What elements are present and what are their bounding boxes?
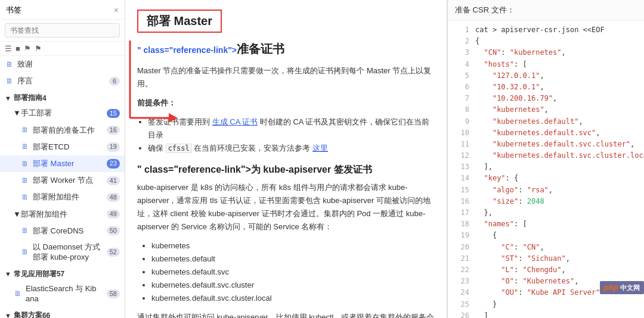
arrow-icon: ▼ bbox=[13, 209, 21, 220]
list-item: kubernetes.default.svc.cluster.local bbox=[151, 292, 435, 305]
list-item: kubernetes.default.svc bbox=[151, 266, 435, 279]
group-badge: 57 bbox=[57, 270, 64, 278]
code-line: 11 "kubernetes.default.svc.cluster", bbox=[448, 139, 644, 150]
list-item: 签发证书需要用到 生成 CA 证书 时创建的 CA 证书及其密钥文件，确保它们在… bbox=[148, 116, 435, 142]
code-scroll-area[interactable]: 1cat > apiserver-csr.json <<EOF 2{ 3 "CN… bbox=[448, 21, 644, 318]
code-line: 17 }, bbox=[448, 207, 644, 219]
sidebar-item-label: 手工部署 bbox=[21, 108, 52, 119]
sidebar: 书签 × ☰ ■ ⚑ ⚑ 🗎 致谢 🗎 序言 6 ▼ bbox=[0, 0, 125, 318]
sidebar-item-badge: 23 bbox=[107, 159, 120, 168]
doc-icon: 🗎 bbox=[20, 192, 30, 202]
list-item: kubernetes bbox=[151, 239, 435, 252]
code-line: 1cat > apiserver-csr.json <<EOF bbox=[448, 24, 644, 36]
sidebar-group-jiqun[interactable]: ▼ 集群方案 66 bbox=[0, 307, 125, 318]
sidebar-item-badge: 41 bbox=[107, 176, 120, 185]
doc-icon: 🗎 bbox=[20, 176, 30, 185]
desc2-paragraph: 通过集群外也可能访问 kube-apiserver，比如使用 kubectl，或… bbox=[137, 311, 435, 318]
list-item: 确保 cfssl 在当前环境已安装，安装方法参考 这里 bbox=[148, 142, 435, 155]
group-label: 部署指南 bbox=[14, 93, 42, 103]
toolbar-icon-4[interactable]: ⚑ bbox=[35, 44, 42, 53]
here-link[interactable]: 这里 bbox=[312, 144, 328, 152]
sidebar-item-label: 部署 Worker 节点 bbox=[33, 175, 93, 186]
article-content: 部署 Master " class="reference-link">准备证书 … bbox=[125, 0, 447, 318]
arrow-icon: ▼ bbox=[5, 312, 11, 318]
arrow-icon: ▼ bbox=[5, 95, 11, 102]
sidebar-item-elasticsearch[interactable]: 🗎 ElasticSearch 与 Kibana 58 bbox=[0, 281, 125, 307]
code-panel: 准备 CSR 文件： 1cat > apiserver-csr.json <<E… bbox=[447, 0, 644, 318]
sidebar-item-label: 部署 Master bbox=[33, 158, 74, 169]
arrow-icon: ▼ bbox=[5, 270, 11, 278]
sidebar-item-xu[interactable]: 🗎 序言 6 bbox=[0, 73, 125, 89]
intro-paragraph: Master 节点的准备证书操作只需要做一次，将生成的证书拷到每个 Master… bbox=[137, 64, 435, 91]
sidebar-toolbar: ☰ ■ ⚑ ⚑ bbox=[0, 42, 125, 56]
code-line: 26 ] bbox=[448, 310, 644, 318]
toolbar-icon-2[interactable]: ■ bbox=[16, 44, 20, 53]
toolbar-icon-3[interactable]: ⚑ bbox=[24, 44, 31, 53]
code-block-1: 1cat > apiserver-csr.json <<EOF 2{ 3 "CN… bbox=[448, 21, 644, 318]
deploy-master-heading: 部署 Master bbox=[137, 10, 222, 33]
sidebar-group-changyong[interactable]: ▼ 常见应用部署 57 bbox=[0, 266, 125, 281]
code-line: 12 "kubernetes.default.svc.cluster.local… bbox=[448, 150, 644, 161]
code-line: 19 { bbox=[448, 230, 644, 241]
sidebar-item-label: 致谢 bbox=[17, 59, 33, 70]
sidebar-nav: 🗎 致谢 🗎 序言 6 ▼ 部署指南 4 ▼ 手工部署 15 bbox=[0, 56, 125, 318]
code-line: 20 "C": "CN", bbox=[448, 242, 644, 253]
code-line: 2{ bbox=[448, 36, 644, 47]
doc-icon: 🗎 bbox=[13, 289, 23, 299]
php-badge: php 中文网 bbox=[600, 281, 644, 294]
sidebar-item-badge: 52 bbox=[107, 248, 120, 257]
list-item: kubernetes.default.svc.cluster bbox=[151, 279, 435, 292]
doc-icon: 🗎 bbox=[20, 226, 30, 236]
doc-icon: 🗎 bbox=[5, 60, 14, 69]
toolbar-icon-1[interactable]: ☰ bbox=[5, 44, 12, 53]
doc-icon: 🗎 bbox=[20, 142, 30, 152]
sidebar-item-label: 部署 CoreDNS bbox=[33, 226, 83, 236]
code-line: 9 "kubernetes.default", bbox=[448, 116, 644, 127]
sidebar-title: 书签 bbox=[6, 5, 21, 15]
sidebar-item-badge: 16 bbox=[107, 126, 120, 135]
code-line: 4 "hosts": [ bbox=[448, 59, 644, 70]
sidebar-item-coredns[interactable]: 🗎 部署 CoreDNS 50 bbox=[0, 223, 125, 239]
group-badge: 66 bbox=[42, 311, 50, 318]
sidebar-item-badge: 15 bbox=[107, 109, 120, 118]
prereq-list: 签发证书需要用到 生成 CA 证书 时创建的 CA 证书及其密钥文件，确保它们在… bbox=[148, 116, 435, 155]
sidebar-item-daemonset[interactable]: 🗎 以 Daemonset 方式部署 kube-proxy 52 bbox=[0, 239, 125, 266]
group-badge: 49 bbox=[107, 210, 120, 219]
code-line: 3 "CN": "kubernetes", bbox=[448, 47, 644, 58]
group-badge: 4 bbox=[42, 94, 47, 102]
sidebar-header: 书签 × bbox=[0, 0, 125, 20]
sidebar-item-fujian[interactable]: 🗎 部署附加组件 48 bbox=[0, 189, 125, 205]
sidebar-item-etcd[interactable]: 🗎 部署ETCD 19 bbox=[0, 139, 125, 155]
sidebar-item-label: 部署前的准备工作 bbox=[33, 125, 95, 136]
code-panel-header: 准备 CSR 文件： bbox=[448, 0, 644, 21]
ca-link[interactable]: 生成 CA 证书 bbox=[212, 117, 258, 126]
sidebar-item-bushu-master[interactable]: 🗎 部署 Master 23 bbox=[0, 155, 125, 172]
sidebar-item-xie[interactable]: 🗎 致谢 bbox=[0, 56, 125, 73]
sidebar-group-fujian2[interactable]: ▼ 部署附加组件 49 bbox=[0, 206, 125, 223]
sidebar-item-badge: 6 bbox=[109, 77, 120, 86]
service-names-list: kubernetes kubernetes.default kubernetes… bbox=[151, 239, 435, 305]
code-line: 5 "127.0.0.1", bbox=[448, 70, 644, 82]
sidebar-item-worker[interactable]: 🗎 部署 Worker 节点 41 bbox=[0, 172, 125, 189]
code-line: 15 "algo": "rsa", bbox=[448, 185, 644, 196]
list-item: kubernetes.default bbox=[151, 252, 435, 266]
sidebar-item-bushu-zhunbei[interactable]: 🗎 部署前的准备工作 16 bbox=[0, 122, 125, 139]
sidebar-search-input[interactable] bbox=[5, 23, 120, 38]
arrow-icon: ▼ bbox=[13, 108, 21, 119]
group-label: 常见应用部署 bbox=[14, 269, 57, 279]
prereq-title: 前提条件： bbox=[137, 96, 435, 110]
code-line: 25 } bbox=[448, 299, 644, 310]
sidebar-search-container bbox=[0, 20, 125, 42]
code-line: 6 "10.32.0.1", bbox=[448, 82, 644, 93]
sidebar-group-bushu-zhinan[interactable]: ▼ 部署指南 4 bbox=[0, 89, 125, 105]
code-line: 18 "names": [ bbox=[448, 219, 644, 230]
doc-icon: 🗎 bbox=[20, 159, 30, 169]
sidebar-item-label: 部署附加组件 bbox=[21, 209, 67, 220]
sidebar-item-badge: 19 bbox=[107, 142, 120, 151]
code-line: 10 "kubernetes.default.svc", bbox=[448, 127, 644, 139]
sidebar-item-badge: 48 bbox=[107, 193, 120, 202]
sidebar-group-shougong[interactable]: ▼ 手工部署 15 bbox=[0, 105, 125, 121]
sidebar-item-label: 部署ETCD bbox=[33, 142, 69, 152]
sidebar-close-button[interactable]: × bbox=[114, 5, 119, 15]
sidebar-item-label: 以 Daemonset 方式部署 kube-proxy bbox=[33, 242, 100, 263]
